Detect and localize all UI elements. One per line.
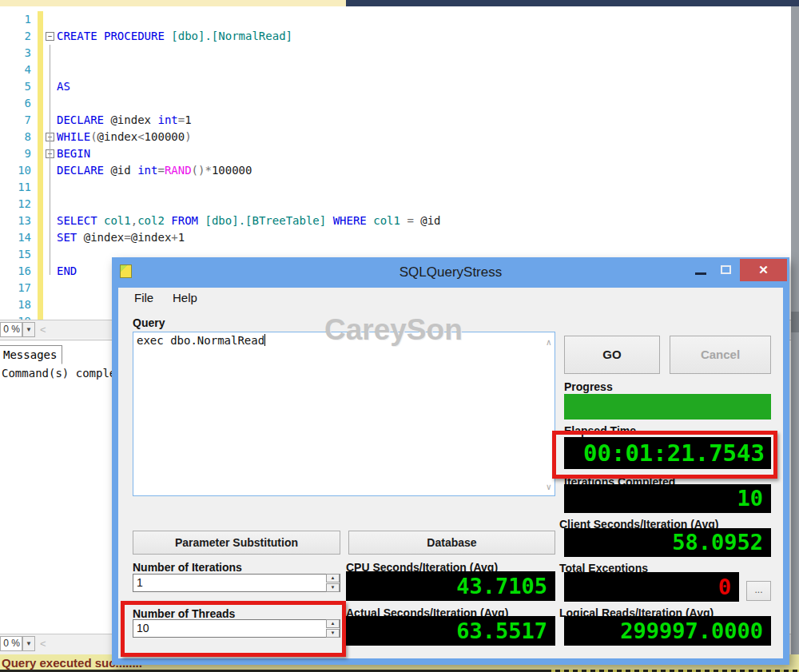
code-token: int [137, 164, 157, 177]
text-caret [264, 334, 265, 346]
code-token: CREATE PROCEDURE [57, 30, 171, 42]
document-tab-strip-active[interactable] [346, 0, 799, 6]
chevron-down-icon[interactable]: ▼ [22, 636, 35, 651]
change-tracking-bar [38, 112, 43, 129]
code-token: FROM [171, 214, 205, 227]
maximize-button[interactable] [714, 259, 738, 281]
code-outline-line [50, 45, 50, 275]
code-token: 1 [178, 231, 185, 244]
code-token: * [205, 164, 211, 177]
code-token: 100000 [212, 164, 252, 177]
line-number: 10 [0, 162, 35, 179]
spin-up-icon[interactable]: ▲ [326, 574, 340, 583]
maximize-icon [721, 265, 731, 274]
iterations-value: 1 [137, 576, 143, 589]
scrollbar-thumb[interactable] [791, 312, 799, 332]
code-line[interactable]: 1 [0, 11, 799, 28]
code-token: , [131, 214, 137, 227]
code-line[interactable]: 5AS [0, 78, 799, 95]
code-line[interactable]: 13SELECT col1,col2 FROM [dbo].[BTreeTabl… [0, 213, 799, 229]
change-tracking-bar [38, 162, 43, 179]
hscroll-left-arrow-icon[interactable]: < [40, 638, 53, 650]
window-title: SQLQueryStress [112, 264, 789, 280]
cpu-seconds-display: 43.7105 [346, 571, 555, 601]
line-number: 3 [0, 45, 35, 62]
code-token: @index [131, 231, 172, 244]
code-line[interactable]: 10DECLARE @id int=RAND()*100000 [0, 162, 799, 179]
parameter-substitution-button[interactable]: Parameter Substitution [133, 531, 340, 555]
chevron-down-icon[interactable]: ▼ [22, 322, 35, 337]
code-token: = [124, 231, 130, 244]
line-number: 7 [0, 112, 35, 129]
document-tab-strip-left[interactable] [0, 0, 346, 6]
code-token: @id [420, 214, 440, 227]
spin-down-icon[interactable]: ▼ [326, 583, 340, 592]
code-token: [dbo].[NormalRead] [171, 30, 292, 42]
code-line[interactable]: 14SET @index=@index+1 [0, 229, 799, 246]
number-of-iterations-label: Number of Iterations [133, 561, 242, 574]
change-tracking-bar [38, 11, 43, 28]
messages-output-text: Command(s) comple [2, 367, 116, 380]
code-token: col2 [137, 214, 171, 227]
code-line[interactable]: 7DECLARE @index int=1 [0, 112, 799, 129]
scroll-down-icon[interactable]: ∨ [546, 482, 551, 492]
iterations-stepper[interactable]: 1 ▲▼ [133, 574, 340, 592]
change-tracking-bar [38, 62, 43, 78]
iterations-completed-display: 10 [564, 484, 771, 513]
editor-zoom-select[interactable]: 0 % [0, 322, 22, 337]
database-button[interactable]: Database [348, 531, 555, 555]
line-number: 12 [0, 196, 35, 213]
code-line[interactable]: 8−WHILE(@index<100000) [0, 129, 799, 145]
menu-help[interactable]: Help [173, 291, 197, 304]
code-token: WHERE [333, 214, 374, 227]
tab-messages[interactable]: Messages [0, 345, 62, 364]
hscroll-left-arrow-icon[interactable]: < [40, 324, 53, 336]
code-line[interactable]: 11 [0, 179, 799, 196]
code-token: < [137, 130, 144, 143]
menu-bar: File Help [118, 288, 783, 308]
change-tracking-bar [38, 246, 43, 263]
close-button[interactable]: ✕ [740, 259, 787, 281]
code-line[interactable]: 9−BEGIN [0, 145, 799, 162]
code-line[interactable]: 2−CREATE PROCEDURE [dbo].[NormalRead] [0, 28, 799, 45]
code-token: int [157, 113, 177, 126]
line-number: 15 [0, 246, 35, 263]
query-label: Query [133, 316, 165, 329]
code-token: BEGIN [57, 147, 90, 160]
query-input[interactable]: exec dbo.NormalRead ∧ ∨ [133, 332, 555, 496]
code-token: = [407, 214, 420, 227]
total-exceptions-display: 0 [564, 572, 739, 602]
change-tracking-bar [38, 263, 43, 280]
change-tracking-bar [38, 129, 43, 145]
code-token: AS [57, 80, 70, 93]
line-number: 8 [0, 129, 35, 145]
change-tracking-bar [38, 28, 43, 45]
change-tracking-bar [38, 179, 43, 196]
code-token: col1 [373, 214, 407, 227]
cancel-button[interactable]: Cancel [670, 336, 771, 374]
go-button[interactable]: GO [564, 336, 660, 374]
title-bar: SQLQueryStress ✕ [112, 257, 789, 288]
code-line[interactable]: 3 [0, 45, 799, 62]
minimize-icon [695, 272, 706, 275]
code-token: () [192, 164, 205, 177]
line-number: 4 [0, 62, 35, 78]
code-token: WHILE [57, 130, 90, 143]
code-token: [dbo].[BTreeTable] [205, 214, 332, 227]
scroll-up-icon[interactable]: ∧ [546, 337, 551, 348]
results-zoom-select[interactable]: 0 % [0, 636, 22, 651]
code-token: @index [110, 113, 157, 126]
logical-reads-display: 299997.0000 [564, 616, 771, 646]
change-tracking-bar [38, 95, 43, 112]
line-number: 5 [0, 78, 35, 95]
exceptions-more-button[interactable]: ... [746, 581, 771, 601]
collapse-region-icon[interactable]: − [46, 32, 54, 41]
code-line[interactable]: 6 [0, 95, 799, 112]
code-token: END [57, 264, 77, 277]
minimize-button[interactable] [689, 259, 713, 281]
code-token: + [171, 231, 177, 244]
menu-file[interactable]: File [134, 291, 153, 304]
code-line[interactable]: 4 [0, 62, 799, 78]
code-line[interactable]: 12 [0, 196, 799, 213]
editor-vertical-scrollbar[interactable] [791, 6, 799, 654]
